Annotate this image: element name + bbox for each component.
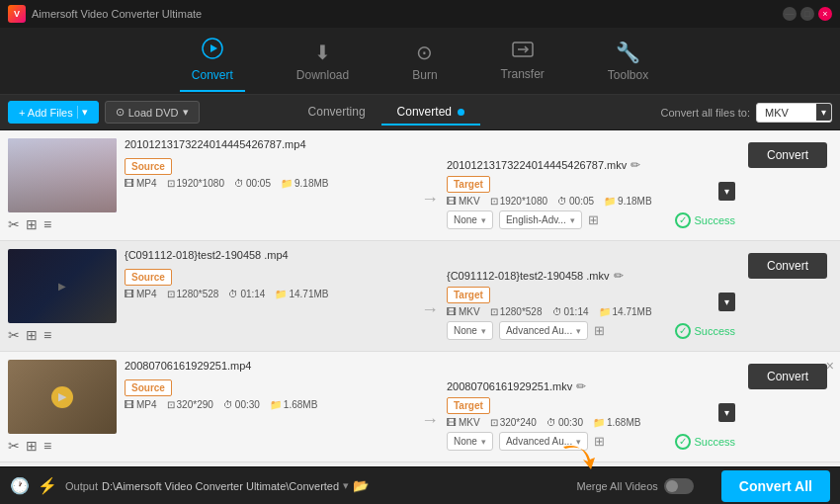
nav-transfer[interactable]: Transfer (489, 33, 556, 89)
thumb-controls-1: ✂ ⊞ ≡ (8, 216, 117, 232)
sub2-caret: ▾ (481, 326, 486, 336)
minimize-button[interactable]: — (783, 7, 797, 21)
success-icon-1: ✓ (675, 212, 691, 228)
maximize-button[interactable]: □ (800, 7, 814, 21)
scissors-icon-3[interactable]: ✂ (8, 438, 20, 454)
close-file-3[interactable]: × (826, 358, 834, 374)
merge-icon-3[interactable]: ⊞ (594, 434, 605, 449)
file-2-target-wrap: {C091112-018}test2-190458 .mkv ✏ Target … (447, 269, 735, 340)
convert-btn-1[interactable]: Convert (748, 142, 827, 168)
bottom-bar: 🕐 ⚡ Output D:\Aimersoft Video Converter … (0, 466, 840, 504)
merge-icon-1[interactable]: ⊞ (588, 212, 599, 227)
list-icon-3[interactable]: ≡ (43, 438, 51, 454)
content-area: ✂ ⊞ ≡ 20101213173224014445426787.mp4 Sou… (0, 130, 840, 466)
file-2-center: {C091112-018}test2-190458 .mp4 Source 🎞 … (125, 249, 735, 340)
convert-nav-icon (202, 38, 223, 64)
converted-badge (458, 109, 464, 116)
add-files-caret[interactable]: ▾ (77, 106, 88, 119)
format-dropdown[interactable]: MKV ▾ (756, 103, 832, 123)
target-2-expand[interactable]: ▾ (718, 293, 735, 311)
folder-icon-1: 📁 (281, 178, 293, 189)
nav-transfer-label: Transfer (501, 67, 545, 81)
target-label-3: Target (447, 397, 490, 414)
file-3-target-inner: Target 🎞 MKV ⊡ 320*240 (447, 397, 735, 428)
target-label-1: Target (447, 176, 490, 193)
edit-icon-2[interactable]: ✏ (614, 269, 624, 283)
arrow-2: → (421, 290, 439, 320)
target-label-2: Target (447, 287, 490, 303)
history-icon[interactable]: 🕐 (10, 476, 30, 495)
audio-1-dropdown[interactable]: English-Adv... ▾ (499, 210, 582, 229)
file-1-target-name: 20101213173224014445426787.mkv ✏ (447, 158, 735, 172)
output-path: D:\Aimersoft Video Converter Ultimate\Co… (102, 480, 339, 492)
edit-icon-1[interactable]: ✏ (630, 158, 640, 172)
audio-3-dropdown[interactable]: Advanced Au... ▾ (499, 432, 588, 451)
load-dvd-button[interactable]: ⊙ Load DVD ▾ (105, 101, 200, 124)
file-1-extra: None ▾ English-Adv... ▾ ⊞ ✓ Success (447, 210, 735, 229)
target-1-format: 🎞 MKV (447, 196, 480, 207)
transfer-nav-icon (512, 41, 534, 63)
file-2-source-target: Source 🎞 MP4 ⊡ 1280*528 ⏱ 01:14 (125, 269, 735, 340)
subtitle-2-dropdown[interactable]: None ▾ (447, 321, 493, 340)
folder-open-icon[interactable]: 📂 (353, 478, 369, 493)
file-3-name: 20080706161929251.mp4 (125, 360, 735, 372)
nav-burn[interactable]: ⊙ Burn (400, 33, 449, 90)
success-badge-1: ✓ Success (675, 212, 735, 228)
file-1-left: ✂ ⊞ ≡ (8, 138, 117, 232)
file-1-thumbnail (8, 138, 117, 212)
title-bar-controls: — □ × (783, 7, 832, 21)
tab-converted[interactable]: Converted (381, 100, 481, 126)
nav-toolbox-label: Toolbox (608, 68, 648, 82)
settings-icon-2[interactable]: ⊞ (26, 327, 38, 343)
subtitle-1-dropdown[interactable]: None ▾ (447, 210, 493, 229)
convert-btn-3[interactable]: Convert (748, 364, 827, 389)
merge-toggle[interactable] (664, 478, 694, 494)
tab-converting[interactable]: Converting (293, 100, 381, 126)
target-1-size: 📁 9.18MB (604, 196, 651, 207)
list-icon-1[interactable]: ≡ (43, 216, 51, 232)
file-2-extra: None ▾ Advanced Au... ▾ ⊞ ✓ Success (447, 321, 735, 340)
nav-convert[interactable]: Convert (180, 30, 245, 92)
add-files-button[interactable]: + Add Files ▾ (8, 101, 99, 124)
format-value: MKV (757, 104, 816, 122)
merge-videos-section: Merge All Videos (576, 478, 693, 494)
convert-btn-2[interactable]: Convert (748, 253, 827, 279)
settings-icon-1[interactable]: ⊞ (26, 216, 38, 232)
success-badge-2: ✓ Success (675, 323, 735, 339)
flash-icon[interactable]: ⚡ (38, 476, 57, 495)
target-1-expand[interactable]: ▾ (718, 182, 735, 201)
merge-icon-2[interactable]: ⊞ (594, 323, 605, 338)
load-dvd-icon: ⊙ (116, 106, 125, 119)
nav-download[interactable]: ⬇ Download (285, 33, 361, 90)
svg-marker-1 (210, 44, 217, 52)
target-3-expand[interactable]: ▾ (718, 403, 735, 422)
file-3-target-wrap: 20080706161929251.mkv ✏ Target 🎞 MKV (447, 379, 735, 451)
file-3-target-name: 20080706161929251.mkv ✏ (447, 379, 735, 393)
subtitle-3-dropdown[interactable]: None ▾ (447, 432, 493, 451)
settings-icon-3[interactable]: ⊞ (26, 438, 38, 454)
success-icon-3: ✓ (675, 434, 691, 450)
format-dropdown-caret[interactable]: ▾ (816, 104, 831, 121)
convert-all-button[interactable]: Convert All (721, 470, 830, 502)
source-label-2: Source (125, 269, 172, 286)
load-dvd-caret[interactable]: ▾ (183, 106, 189, 119)
toolbar: + Add Files ▾ ⊙ Load DVD ▾ Converting Co… (0, 95, 840, 130)
file-1-source: Source 🎞 MP4 ⊡ 1920*1080 ⏱ 00:05 (125, 158, 413, 189)
toggle-thumb (666, 480, 678, 492)
audio-2-dropdown[interactable]: Advanced Au... ▾ (499, 321, 588, 340)
edit-icon-3[interactable]: ✏ (576, 379, 586, 393)
file-2-target-inner: Target 🎞 MKV ⊡ 1280*528 (447, 287, 735, 317)
success-badge-3: ✓ Success (675, 434, 735, 450)
scissors-icon-2[interactable]: ✂ (8, 327, 20, 343)
output-dropdown-caret[interactable]: ▾ (343, 479, 349, 492)
file-1-target-wrap: 20101213173224014445426787.mkv ✏ Target … (447, 158, 735, 229)
list-icon-2[interactable]: ≡ (43, 327, 51, 343)
nav-toolbox[interactable]: 🔧 Toolbox (596, 33, 660, 90)
arrow-1: → (421, 179, 439, 210)
target-film-icon-1: 🎞 (447, 196, 457, 207)
file-1-meta: 🎞 MP4 ⊡ 1920*1080 ⏱ 00:05 📁 (125, 178, 413, 189)
source-label-3: Source (125, 379, 172, 396)
close-button[interactable]: × (818, 7, 832, 21)
scissors-icon-1[interactable]: ✂ (8, 216, 20, 232)
file-2-target-name: {C091112-018}test2-190458 .mkv ✏ (447, 269, 735, 283)
